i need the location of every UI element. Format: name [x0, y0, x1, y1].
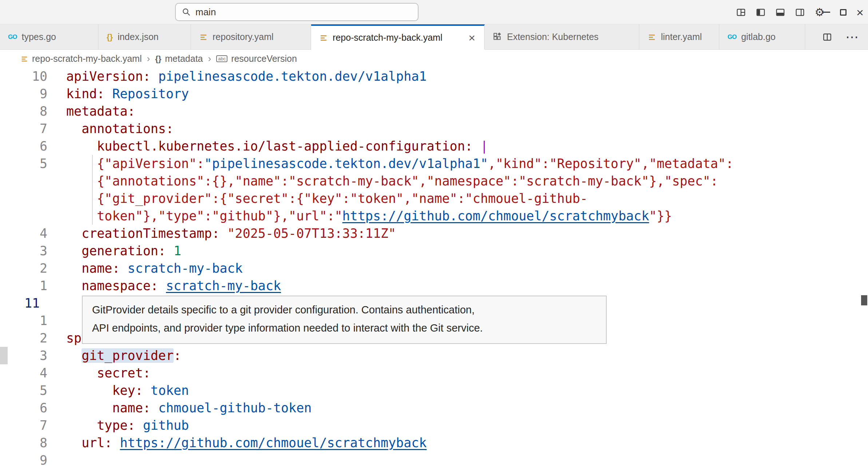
- code-line[interactable]: 7 type: github: [0, 417, 868, 434]
- close-window-button[interactable]: ×: [855, 7, 865, 17]
- tab-repo-scratch-my-back-yaml[interactable]: repo-scratch-my-back.yaml ×: [311, 24, 485, 49]
- code-line-content: [66, 452, 868, 469]
- tab-repository-yaml[interactable]: repository.yaml: [191, 24, 311, 49]
- code-line-content: {"git_provider":{"secret":{"key":"token"…: [66, 190, 868, 207]
- tab-types-go[interactable]: GO types.go: [0, 24, 99, 49]
- code-token: [473, 139, 480, 153]
- code-line-content: kind: Repository: [66, 85, 868, 103]
- line-number: 1: [0, 277, 66, 294]
- code-token: [66, 226, 82, 241]
- window-controls: ×: [821, 0, 865, 24]
- code-line-content: git_provider:: [66, 347, 868, 364]
- line-number: 9: [0, 85, 66, 103]
- code-token: apiVersion:: [66, 69, 151, 84]
- breadcrumb-item-resourceversion[interactable]: abc resourceVersion: [216, 53, 297, 64]
- code-line[interactable]: 4 creationTimestamp: "2025-05-07T13:33:1…: [0, 225, 868, 242]
- code-token: metadata:: [66, 104, 135, 119]
- maximize-button[interactable]: [838, 7, 848, 17]
- line-number: 3: [0, 347, 66, 364]
- line-number: 1: [0, 312, 66, 329]
- code-token: kubectl.kubernetes.io/last-applied-confi…: [97, 139, 473, 153]
- code-line[interactable]: 8 url: https://github.com/chmouel/scratc…: [0, 434, 868, 452]
- code-line-content: {"apiVersion":"pipelinesascode.tekton.de…: [66, 155, 868, 172]
- toggle-primary-sidebar-icon[interactable]: [755, 7, 766, 18]
- line-number: 8: [0, 103, 66, 120]
- code-link[interactable]: https://github.com/chmouel/scratchmyback: [342, 209, 649, 223]
- code-line-content: apiVersion: pipelinesascode.tekton.dev/v…: [66, 68, 868, 85]
- code-token: generation:: [82, 244, 166, 258]
- breadcrumb: repo-scratch-my-back.yaml › {} metadata …: [0, 50, 868, 68]
- code-token: chmouel-github-token: [158, 401, 312, 415]
- close-tab-icon[interactable]: ×: [468, 32, 476, 44]
- code-line[interactable]: 9kind: Repository: [0, 85, 868, 103]
- code-line[interactable]: 5 key: token: [0, 382, 868, 399]
- breadcrumb-label: repo-scratch-my-back.yaml: [32, 53, 142, 64]
- code-token: 1: [174, 244, 181, 258]
- code-token: annotations:: [82, 121, 174, 136]
- more-actions-icon[interactable]: ⋯: [845, 31, 859, 44]
- scrollbar-thumb[interactable]: [861, 295, 867, 305]
- code-line[interactable]: 3 generation: 1: [0, 242, 868, 260]
- breadcrumb-label: metadata: [165, 53, 203, 64]
- line-number: 3: [0, 242, 66, 260]
- code-line[interactable]: 4 secret:: [0, 364, 868, 382]
- code-line[interactable]: 3 git_provider:: [0, 347, 868, 364]
- code-token: [104, 87, 112, 101]
- tab-index-json[interactable]: {} index.json: [99, 24, 191, 49]
- code-token: [66, 401, 112, 415]
- code-token: token"},"type":"github"},"url":": [97, 209, 342, 223]
- customize-layout-icon[interactable]: [736, 7, 746, 18]
- code-token: :: [174, 348, 181, 363]
- line-number: [0, 207, 66, 225]
- breadcrumb-item-metadata[interactable]: {} metadata: [155, 53, 203, 64]
- code-line[interactable]: 2 name: scratch-my-back: [0, 260, 868, 277]
- code-link[interactable]: scratch-my-back: [166, 278, 281, 293]
- code-token: [66, 348, 82, 363]
- code-line[interactable]: {"git_provider":{"secret":{"key":"token"…: [0, 190, 868, 207]
- minimize-button[interactable]: [821, 7, 832, 17]
- code-line[interactable]: 6 name: chmouel-github-token: [0, 399, 868, 417]
- code-line-content: creationTimestamp: "2025-05-07T13:33:11Z…: [66, 225, 868, 242]
- code-line[interactable]: 7 annotations:: [0, 120, 868, 137]
- line-number: 8: [0, 434, 66, 452]
- line-number: 11: [0, 294, 66, 312]
- code-line[interactable]: {"annotations":{},"name":"scratch-my-bac…: [0, 172, 868, 190]
- code-line-content: metadata:: [66, 103, 868, 120]
- line-number: 7: [0, 120, 66, 137]
- toggle-panel-icon[interactable]: [775, 7, 786, 18]
- code-token: [66, 436, 82, 450]
- code-token: git_provider: [82, 348, 174, 363]
- code-line[interactable]: 9: [0, 452, 868, 469]
- breadcrumb-item-file[interactable]: repo-scratch-my-back.yaml: [20, 53, 142, 64]
- code-token: Repository: [112, 87, 189, 101]
- tab-extension-kubernetes[interactable]: Extension: Kubernetes: [485, 24, 639, 49]
- code-line-content: key: token: [66, 382, 868, 399]
- titlebar-layout-actions: ⚙: [736, 0, 825, 24]
- line-number: [0, 172, 66, 190]
- code-token: scratch-my-back: [128, 261, 243, 276]
- split-editor-icon[interactable]: [822, 32, 832, 42]
- code-line[interactable]: 8metadata:: [0, 103, 868, 120]
- tab-gitlab-go[interactable]: GO gitlab.go: [720, 24, 805, 49]
- line-number: 2: [0, 329, 66, 347]
- code-line[interactable]: 10apiVersion: pipelinesascode.tekton.dev…: [0, 68, 868, 85]
- code-token: key:: [112, 383, 143, 398]
- search-icon: [182, 7, 191, 17]
- code-line[interactable]: 6 kubectl.kubernetes.io/last-applied-con…: [0, 137, 868, 155]
- line-number: 4: [0, 364, 66, 382]
- line-number: 6: [0, 399, 66, 417]
- code-token: [166, 244, 174, 258]
- code-line[interactable]: token"},"type":"github"},"url":"https://…: [0, 207, 868, 225]
- code-token: [143, 383, 151, 398]
- line-number: 2: [0, 260, 66, 277]
- title-bar: main ⚙ ×: [0, 0, 868, 24]
- tab-linter-yaml[interactable]: linter.yaml: [639, 24, 720, 49]
- toggle-secondary-sidebar-icon[interactable]: [794, 7, 805, 18]
- code-token: [66, 366, 97, 380]
- command-center[interactable]: main: [175, 3, 419, 21]
- code-line[interactable]: 1 namespace: scratch-my-back: [0, 277, 868, 294]
- code-link[interactable]: https://github.com/chmouel/scratchmyback: [120, 436, 427, 450]
- line-number: 10: [0, 68, 66, 85]
- json-icon: {}: [107, 32, 113, 42]
- code-line[interactable]: 5 {"apiVersion":"pipelinesascode.tekton.…: [0, 155, 868, 172]
